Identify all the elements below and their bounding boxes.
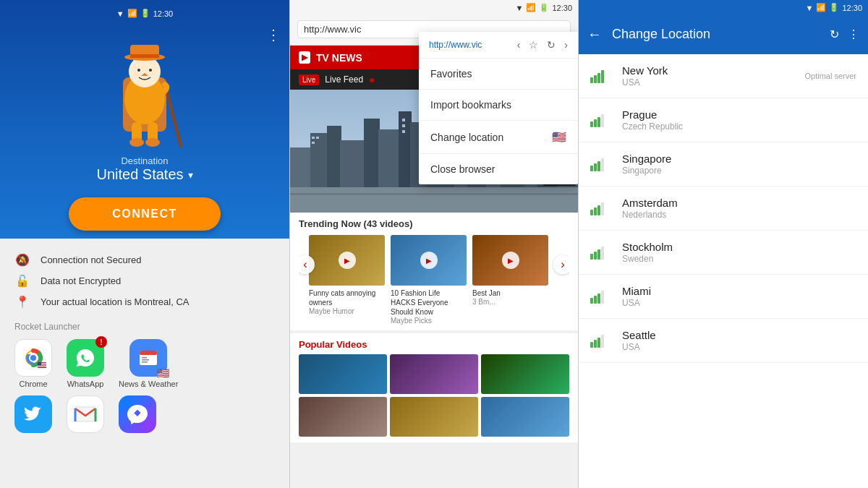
optimal-badge-new-york: Optimal server	[804, 72, 856, 80]
location-list: New York USA Optimal server Prague Czech…	[579, 54, 868, 488]
location-item-singapore[interactable]: Singapore Singapore	[579, 142, 868, 187]
info-item-location: 📍 Your actual location is Montreal, CA	[14, 295, 275, 309]
back-button[interactable]: ←	[587, 26, 602, 43]
chrome-label: Chrome	[19, 380, 47, 388]
status-bar-p1: ▼ 📶 🔋 12:30	[111, 6, 179, 20]
location-country-miami: USA	[622, 298, 856, 308]
status-bar-p2: ▼ 📶 🔋 12:30	[290, 0, 578, 14]
svg-rect-21	[38, 362, 41, 365]
location-item-amsterdam[interactable]: Amsterdam Nederlands	[579, 187, 868, 231]
location-text-seattle: Seattle USA	[622, 329, 856, 352]
video-thumb-3[interactable]: ▶	[472, 235, 548, 286]
battery-icon-p2: 🔋	[539, 3, 549, 12]
dropdown-url-bar: http://www.vic ‹ ☆ ↻ ›	[419, 32, 578, 59]
refresh-icon[interactable]: ↻	[547, 39, 556, 51]
video-label-2: 10 Fashion Life HACKS Everyone Should Kn…	[391, 288, 467, 317]
refresh-button-p3[interactable]: ↻	[830, 27, 839, 41]
play-button-1[interactable]: ▶	[339, 252, 356, 269]
location-text-stockholm: Stockholm Sweden	[622, 241, 856, 264]
battery-icon: 🔋	[140, 9, 150, 18]
app-icon-messenger[interactable]	[119, 395, 156, 433]
panel-change-location: ▼ 📶 🔋 12:30 ← Change Location ↻ ⋮	[579, 0, 868, 488]
svg-rect-76	[594, 207, 597, 215]
svg-rect-72	[594, 163, 597, 171]
time-p1: 12:30	[153, 9, 174, 18]
dropdown-favorites[interactable]: Favorites	[419, 59, 578, 90]
popular-thumb-5[interactable]	[390, 397, 478, 437]
app-icons-row: Chrome ! WhatsApp	[14, 339, 275, 388]
video-thumbnails-row: ‹ ▶ Funny cats annoying owners Maybe Hum…	[299, 235, 569, 325]
news-header-text: TV NEWS	[316, 52, 362, 64]
app-icon-whatsapp[interactable]: ! WhatsApp	[67, 339, 104, 388]
signal-bars-seattle	[590, 333, 610, 348]
app-icon-news[interactable]: 🇺🇸 News & Weather	[119, 339, 178, 388]
location-text-amsterdam: Amsterdam Nederlands	[622, 197, 856, 220]
dropdown-url-text: http://www.vic	[429, 40, 506, 50]
app-icon-gmail[interactable]	[67, 395, 104, 433]
location-item-miami[interactable]: Miami USA	[579, 275, 868, 319]
location-item-prague[interactable]: Prague Czech Republic	[579, 98, 868, 142]
panel3-header-container: ▼ 📶 🔋 12:30 ← Change Location ↻ ⋮	[579, 0, 868, 54]
next-button[interactable]: ›	[553, 255, 569, 274]
battery-p3: 🔋	[829, 3, 839, 12]
location-pin-icon: 📍	[14, 295, 30, 309]
svg-rect-69	[597, 117, 600, 127]
signal-bars-stockholm	[590, 245, 610, 260]
play-button-3[interactable]: ▶	[502, 252, 519, 269]
popular-thumb-6[interactable]	[481, 397, 569, 437]
info-item-connection: 🔕 Connection not Secured	[14, 253, 275, 267]
location-item-stockholm[interactable]: Stockholm Sweden	[579, 231, 868, 275]
location-name-miami: Miami	[622, 285, 856, 297]
svg-rect-84	[594, 296, 597, 304]
location-country-seattle: USA	[622, 342, 856, 352]
app-icon-chrome[interactable]: Chrome	[14, 339, 52, 388]
signal-icon: ▼	[116, 9, 124, 18]
svg-rect-50	[290, 193, 578, 195]
rocket-launcher-section: Rocket Launcher	[14, 322, 275, 433]
connect-button[interactable]: CONNECT	[69, 197, 221, 231]
svg-rect-90	[601, 335, 604, 348]
svg-rect-70	[601, 114, 604, 127]
svg-rect-88	[594, 340, 597, 348]
dropdown-import-bookmarks[interactable]: Import bookmarks	[419, 90, 578, 121]
popular-thumb-4[interactable]	[299, 397, 387, 437]
popular-grid	[299, 354, 569, 437]
dropdown-close-browser[interactable]: Close browser	[419, 154, 578, 184]
video-thumb-1[interactable]: ▶	[309, 235, 385, 286]
news-label: News & Weather	[119, 380, 178, 388]
dropdown-change-location[interactable]: Change location 🇺🇸	[419, 121, 578, 154]
svg-rect-26	[142, 357, 147, 359]
more-options-button-p3[interactable]: ⋮	[848, 27, 859, 41]
svg-rect-78	[601, 202, 604, 215]
svg-point-12	[145, 138, 160, 147]
app-icon-twitter[interactable]	[14, 395, 52, 433]
popular-section: Popular Videos	[290, 333, 578, 442]
dropdown-nav-icons: ‹ ☆ ↻ ›	[517, 39, 568, 51]
popular-thumb-3[interactable]	[481, 354, 569, 394]
destination-country-button[interactable]: United States ▾	[96, 166, 192, 183]
location-item-seattle[interactable]: Seattle USA	[579, 319, 868, 363]
svg-rect-20	[38, 366, 46, 367]
video-thumb-2[interactable]: ▶	[391, 235, 467, 286]
location-item-new-york[interactable]: New York USA Optimal server	[579, 54, 868, 98]
destination-label: Destination	[121, 155, 168, 166]
svg-rect-52	[316, 137, 319, 139]
popular-thumb-2[interactable]	[390, 354, 478, 394]
tv-icon: ▶	[299, 51, 310, 64]
forward-icon[interactable]: ›	[564, 39, 568, 51]
signal-bars-new-york	[590, 69, 610, 83]
browser-dropdown-menu: http://www.vic ‹ ☆ ↻ › Favorites Import …	[419, 32, 578, 184]
svg-rect-74	[601, 158, 604, 171]
popular-thumb-1[interactable]	[299, 354, 387, 394]
menu-dots-button[interactable]: ⋮	[266, 26, 281, 43]
status-bar-p3: ▼ 📶 🔋 12:30	[579, 0, 868, 14]
no-shield-icon: 🔕	[14, 253, 30, 267]
svg-rect-82	[601, 247, 604, 260]
star-icon[interactable]: ☆	[529, 39, 538, 51]
back-icon[interactable]: ‹	[517, 39, 521, 51]
location-text-miami: Miami USA	[622, 285, 856, 308]
play-button-2[interactable]: ▶	[420, 252, 438, 269]
svg-rect-77	[597, 205, 600, 215]
rocket-launcher-label: Rocket Launcher	[14, 322, 275, 332]
svg-point-11	[129, 138, 144, 147]
